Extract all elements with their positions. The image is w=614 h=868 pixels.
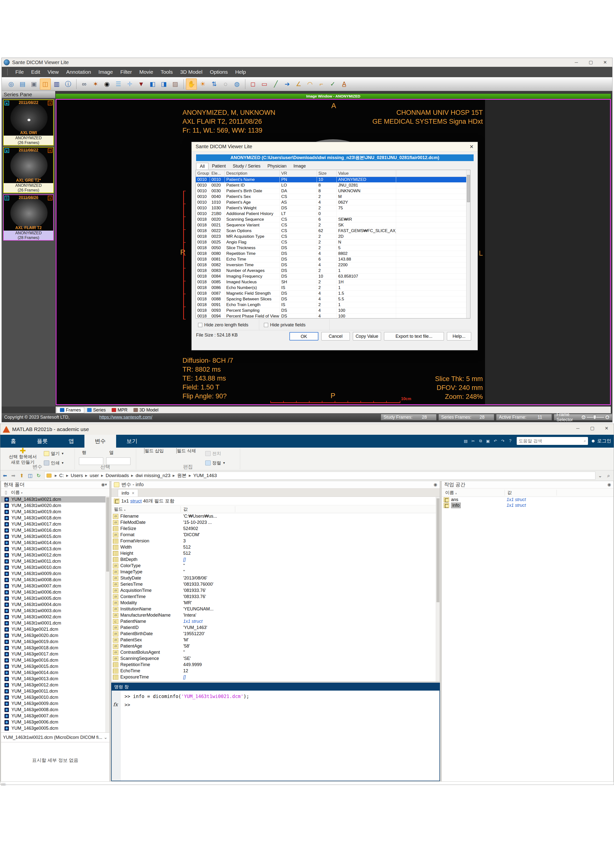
breadcrumb-item[interactable]: dwi missing_n23 (136, 473, 170, 478)
tag-table-row[interactable]: 0018 0083 Number of Averages DS 2 1 (196, 268, 466, 274)
menu-item[interactable]: 3D Model (177, 69, 206, 75)
hide-private-checkbox[interactable] (264, 323, 268, 327)
paste-icon[interactable]: ▣ (484, 437, 492, 444)
series-close-icon[interactable]: x (48, 148, 53, 153)
file-row[interactable]: YUM_1463ge0007.dcm (1, 713, 109, 719)
tag-table-row[interactable]: 0010 0010 Patient's Name PN 10 ANONYMIZE… (196, 177, 466, 183)
path-dropdown-icon[interactable]: ⌄ (597, 472, 604, 479)
menu-item[interactable]: Tools (157, 69, 177, 75)
value-column-header[interactable]: 값 (505, 490, 557, 496)
file-row[interactable]: YUM_1463ge0020.dcm (1, 632, 109, 639)
roi-rect-icon[interactable]: ◻ (247, 78, 258, 90)
panel-menu-icon[interactable]: ◉ (607, 482, 611, 487)
variable-field-row[interactable]: StudyDate '2013/08/06' (111, 575, 440, 581)
viewer-mode-tab[interactable]: Series (84, 407, 109, 413)
file-row[interactable]: YUM_1463t1wi0002.dcm (1, 614, 109, 620)
cut-icon[interactable]: ✂ (469, 437, 477, 444)
file-row[interactable]: YUM_1463ge0014.dcm (1, 670, 109, 676)
series-thumbnail[interactable]: 2011/08/26 AXL FLAIR T2 1 x ANONYMIZED (… (3, 194, 54, 240)
brightness-icon[interactable]: ☀ (197, 78, 208, 90)
tag-table-row[interactable]: 0018 0050 Slice Thickness DS 2 5 (196, 245, 466, 251)
search-folder-icon[interactable]: ⌕ (605, 472, 612, 479)
pan-hand-icon[interactable]: ✋ (186, 78, 197, 90)
series-close-icon[interactable]: x (48, 101, 53, 105)
breadcrumb-item[interactable]: Downloads (106, 473, 129, 478)
corner-icon[interactable]: ⌐ (316, 78, 327, 90)
file-row[interactable]: YUM_1463t1wi0008.dcm (1, 577, 109, 583)
series-thumbnail[interactable]: 2011/08/22 AXL GRE T2* ▲ x ANONYMIZED (2… (3, 147, 54, 193)
workspace-variable-row[interactable]: ans 1x1 struct (442, 497, 614, 502)
variable-field-row[interactable]: ContrastBolusAgent '' (111, 649, 440, 656)
series-badge[interactable]: 1 (5, 196, 9, 200)
image-canvas[interactable]: A P R L ANONYMIZED, M, UNKNOWNAXL FLAIR … (56, 100, 485, 404)
file-row[interactable]: YUM_1463t1wi0011.dcm (1, 558, 109, 564)
tag-table-row[interactable]: 0018 0081 Echo Time DS 6 143.88 (196, 257, 466, 262)
variable-field-row[interactable]: BitDepth [] (111, 556, 440, 563)
toolstrip-tab[interactable]: 보기 (116, 435, 148, 448)
series-close-icon[interactable]: x (48, 196, 53, 200)
variable-field-row[interactable]: PatientPosition 'HFS' (111, 680, 440, 681)
file-row[interactable]: YUM_1463t1wi0014.dcm (1, 539, 109, 546)
series-badge[interactable]: ▲ (5, 148, 9, 153)
variable-field-row[interactable]: ExposureTime [] (111, 674, 440, 680)
file-row[interactable]: YUM_1463t1wi0009.dcm (1, 570, 109, 577)
flip-icon[interactable]: ⇅ (209, 78, 219, 90)
file-row[interactable]: YUM_1463t1wi0021.dcm (1, 496, 109, 502)
variable-field-row[interactable]: EchoTime 12 (111, 668, 440, 674)
file-row[interactable]: YUM_1463t1wi0003.dcm (1, 608, 109, 614)
text-annot-icon[interactable]: A̲ (339, 78, 350, 90)
variable-field-row[interactable]: SeriesTime '081933.76000' (111, 581, 440, 587)
help-icon[interactable]: ? (507, 437, 514, 444)
hide-zero-checkbox[interactable] (198, 323, 202, 327)
tag-table-row[interactable]: 0010 0040 Patient's Sex CS 2 M (196, 194, 466, 200)
tag-table-row[interactable]: 0018 0082 Inversion Time DS 4 2200 (196, 262, 466, 268)
variable-field-row[interactable]: FileSize 524902 (111, 525, 440, 532)
copy-value-button[interactable]: Copy Value (353, 332, 381, 341)
variable-field-row[interactable]: AcquisitionTime '081933.76' (111, 587, 440, 594)
file-row[interactable]: YUM_1463ge0015.dcm (1, 663, 109, 670)
breadcrumb-item[interactable]: YUM_1463 (193, 473, 217, 478)
tag-table-row[interactable]: 0018 0087 Magnetic Field Strength DS 4 1… (196, 291, 466, 296)
file-row[interactable]: YUM_1463ge0017.dcm (1, 651, 109, 657)
dialog-tab[interactable]: Study / Series (229, 163, 264, 169)
menu-item[interactable]: Movie (136, 69, 157, 75)
menu-item[interactable]: Filter (117, 69, 136, 75)
toolstrip-tab[interactable]: 홈 (0, 435, 26, 448)
file-row[interactable]: YUM_1463t1wi0020.dcm (1, 502, 109, 509)
maximize-button[interactable]: ▢ (585, 424, 599, 433)
col-element[interactable]: Ele... (210, 170, 225, 177)
redo-icon[interactable]: ↷ (499, 437, 507, 444)
arrow-annot-icon[interactable]: ➔ (282, 78, 293, 90)
forward-icon[interactable]: ➡ (10, 472, 17, 479)
file-row[interactable]: YUM_1463t1wi0012.dcm (1, 552, 109, 558)
col-size[interactable]: Size (317, 170, 337, 177)
frame-slider-thumb[interactable] (593, 415, 596, 419)
check-icon[interactable]: ✓ (327, 78, 338, 90)
file-row[interactable]: YUM_1463t1wi0017.dcm (1, 521, 109, 527)
open-file-icon[interactable]: ◎ (6, 78, 17, 90)
variable-field-row[interactable]: Format 'DICOM' (111, 532, 440, 538)
zoom-in-icon[interactable]: ◌ (220, 78, 231, 90)
file-row[interactable]: YUM_1463t1wi0016.dcm (1, 527, 109, 533)
export-text-button[interactable]: Export to text file... (384, 332, 444, 341)
tag-table-row[interactable]: 0018 0085 Imaged Nucleus SH 2 1H (196, 279, 466, 285)
variable-field-row[interactable]: ImageType '' (111, 569, 440, 575)
texture-icon[interactable]: ▨ (170, 78, 181, 90)
tag-table-row[interactable]: 0018 0020 Scanning Sequence CS 6 SE₩IR (196, 217, 466, 222)
dialog-close-icon[interactable]: ✕ (469, 144, 474, 150)
tag-table-row[interactable]: 0018 0022 Scan Options CS 62 FAST_GEMS₩F… (196, 228, 466, 234)
tag-table-row[interactable]: 0010 1030 Patient's Weight DS 2 75 (196, 205, 466, 211)
up-folder-icon[interactable]: ⬆ (18, 472, 25, 479)
menu-item[interactable]: Edit (28, 69, 44, 75)
maximize-view-icon[interactable]: ◨ (159, 78, 169, 90)
tag-table-row[interactable]: 0018 0088 Spacing Between Slices DS 4 5.… (196, 296, 466, 302)
file-row[interactable]: YUM_1463ge0012.dcm (1, 682, 109, 688)
panel-menu-icon[interactable]: ◉▾ (101, 482, 107, 487)
dialog-tab[interactable]: Physician (264, 163, 290, 169)
variable-field-row[interactable]: PatientBirthDate '19551220' (111, 631, 440, 637)
variable-field-row[interactable]: PatientID 'YUM_1463' (111, 625, 440, 631)
col-group[interactable]: Group (196, 170, 210, 177)
variable-field-row[interactable]: ManufacturerModelName 'Intera' (111, 612, 440, 618)
breadcrumb-item[interactable]: 원본 (177, 472, 187, 479)
tile-windows-icon[interactable]: ◧ (147, 78, 158, 90)
